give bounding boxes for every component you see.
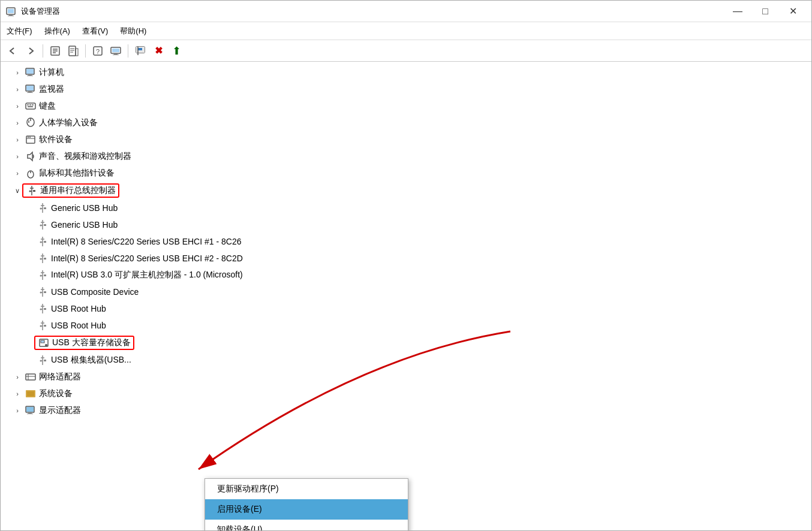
usb-root-hub-bus-label: USB 根集线器(USB... — [51, 355, 131, 366]
tree-item-usb-root-hub-bus[interactable]: USB 根集线器(USB... — [1, 352, 811, 369]
forward-button[interactable] — [22, 43, 39, 59]
mouse-icon — [25, 167, 37, 179]
menu-action[interactable]: 操作(A) — [38, 23, 76, 39]
tree-item-mouse[interactable]: › 鼠标和其他指针设备 — [1, 165, 811, 182]
minimize-button[interactable]: — — [724, 2, 751, 20]
close-button[interactable]: ✕ — [779, 2, 807, 20]
toolbar-separator-1 — [43, 44, 43, 58]
ctx-uninstall-device[interactable]: 卸载设备(U) — [205, 520, 408, 530]
tree-item-audio[interactable]: › 声音、视频和游戏控制器 — [1, 148, 811, 165]
usb-composite-icon — [37, 286, 49, 298]
display-icon — [25, 405, 37, 417]
svg-rect-90 — [44, 325, 46, 327]
intel-ehci-1-label: Intel(R) 8 Series/C220 Series USB EHCI #… — [51, 237, 241, 246]
svg-point-94 — [45, 344, 47, 346]
expand-placeholder — [25, 321, 34, 330]
tree-item-usb-controller[interactable]: ∨ 通用串行总线控制器 — [1, 182, 811, 200]
help-button[interactable]: ? — [89, 43, 106, 59]
properties-button-1[interactable] — [47, 43, 64, 59]
expand-icon-computer[interactable]: › — [13, 68, 22, 77]
svg-rect-26 — [27, 76, 33, 76]
audio-label: 声音、视频和游戏控制器 — [39, 151, 131, 162]
back-button[interactable] — [4, 43, 21, 59]
tree-item-display[interactable]: › 显示适配器 — [1, 402, 811, 419]
svg-rect-28 — [26, 86, 34, 90]
tree-item-intel-ehci-1[interactable]: Intel(R) 8 Series/C220 Series USB EHCI #… — [1, 233, 811, 250]
svg-point-71 — [40, 258, 42, 260]
expand-icon-monitor[interactable]: › — [13, 85, 22, 94]
usb-mass-storage-highlight-box: USB 大容量存储设备 — [34, 336, 134, 350]
svg-point-51 — [29, 191, 31, 192]
svg-rect-24 — [26, 69, 34, 74]
keyboard-icon — [25, 100, 37, 112]
usb-root-hub-1-label: USB Root Hub — [51, 304, 106, 313]
expand-icon-keyboard[interactable]: › — [13, 101, 22, 111]
tree-item-generic-hub-2[interactable]: Generic USB Hub — [1, 216, 811, 233]
flag-button[interactable] — [132, 43, 149, 59]
svg-rect-17 — [114, 53, 118, 55]
expand-icon-hid[interactable]: › — [13, 118, 22, 128]
menu-file[interactable]: 文件(F) — [1, 23, 38, 39]
tree-item-hid[interactable]: › 人体学输入设备 — [1, 114, 811, 131]
usb-root-hub-icon-1 — [37, 303, 49, 315]
svg-point-66 — [40, 242, 42, 243]
audio-icon — [25, 150, 37, 162]
expand-icon-software[interactable]: › — [13, 135, 22, 144]
menu-view[interactable]: 查看(V) — [76, 23, 114, 39]
tree-item-software[interactable]: › 软件设备 — [1, 131, 811, 148]
tree-item-network[interactable]: › 网络适配器 — [1, 369, 811, 385]
svg-rect-1 — [8, 9, 14, 13]
svg-point-39 — [30, 120, 31, 121]
svg-rect-85 — [44, 308, 46, 310]
expand-icon-system[interactable]: › — [13, 389, 22, 399]
maximize-button[interactable]: □ — [751, 2, 779, 20]
tree-item-usb-root-hub-1[interactable]: USB Root Hub — [1, 300, 811, 317]
toolbar: ? ✖ ⬆ — [1, 40, 811, 62]
expand-icon-display[interactable]: › — [13, 406, 22, 415]
usb-controller-highlight: 通用串行总线控制器 — [22, 183, 119, 198]
expand-icon-usb-controller[interactable]: ∨ — [13, 186, 22, 195]
monitor-icon — [25, 83, 37, 95]
tree-item-system[interactable]: › 系统设备 — [1, 385, 811, 402]
svg-rect-30 — [27, 92, 33, 93]
usb-root-hub-icon-2 — [37, 319, 49, 331]
window-icon — [5, 5, 17, 17]
svg-rect-107 — [28, 412, 32, 414]
svg-marker-21 — [138, 48, 142, 50]
expand-icon-audio[interactable]: › — [13, 152, 22, 161]
expand-icon-network[interactable]: › — [13, 372, 22, 382]
svg-point-91 — [40, 325, 42, 327]
remove-button[interactable]: ✖ — [150, 43, 167, 59]
expand-icon-mouse[interactable]: › — [13, 168, 22, 178]
tree-item-computer[interactable]: › 计算机 — [1, 64, 811, 81]
hid-icon — [25, 117, 37, 129]
computer-button[interactable] — [107, 43, 124, 59]
expand-placeholder — [25, 304, 34, 313]
tree-item-usb-composite[interactable]: USB Composite Device — [1, 283, 811, 300]
tree-item-intel-xhci[interactable]: Intel(R) USB 3.0 可扩展主机控制器 - 1.0 (Microso… — [1, 267, 811, 283]
usb-root-hub-2-label: USB Root Hub — [51, 321, 106, 330]
network-label: 网络适配器 — [39, 372, 81, 382]
tree-item-keyboard[interactable]: › 键盘 — [1, 98, 811, 114]
tree-item-generic-hub-1[interactable]: Generic USB Hub — [1, 200, 811, 216]
svg-rect-16 — [112, 49, 119, 52]
intel-ehci-icon-1 — [37, 236, 49, 248]
properties-button-2[interactable] — [65, 43, 82, 59]
svg-text:?: ? — [96, 48, 100, 55]
ctx-update-driver[interactable]: 更新驱动程序(P) — [205, 479, 408, 499]
svg-rect-2 — [9, 14, 13, 16]
software-label: 软件设备 — [39, 134, 73, 145]
usb-mass-storage-icon — [38, 337, 50, 349]
usb-hub-icon-2 — [37, 219, 49, 231]
menu-help[interactable]: 帮助(H) — [114, 23, 152, 39]
monitor-label: 监视器 — [39, 84, 64, 95]
software-icon — [25, 134, 37, 146]
svg-rect-93 — [41, 340, 44, 343]
tree-item-usb-mass-storage[interactable]: USB 大容量存储设备 — [1, 334, 811, 352]
update-button[interactable]: ⬆ — [168, 43, 185, 59]
tree-item-monitor[interactable]: › 监视器 — [1, 81, 811, 98]
svg-rect-108 — [27, 414, 33, 414]
tree-item-intel-ehci-2[interactable]: Intel(R) 8 Series/C220 Series USB EHCI #… — [1, 250, 811, 267]
tree-item-usb-root-hub-2[interactable]: USB Root Hub — [1, 317, 811, 334]
ctx-enable-device[interactable]: 启用设备(E) — [205, 499, 408, 520]
